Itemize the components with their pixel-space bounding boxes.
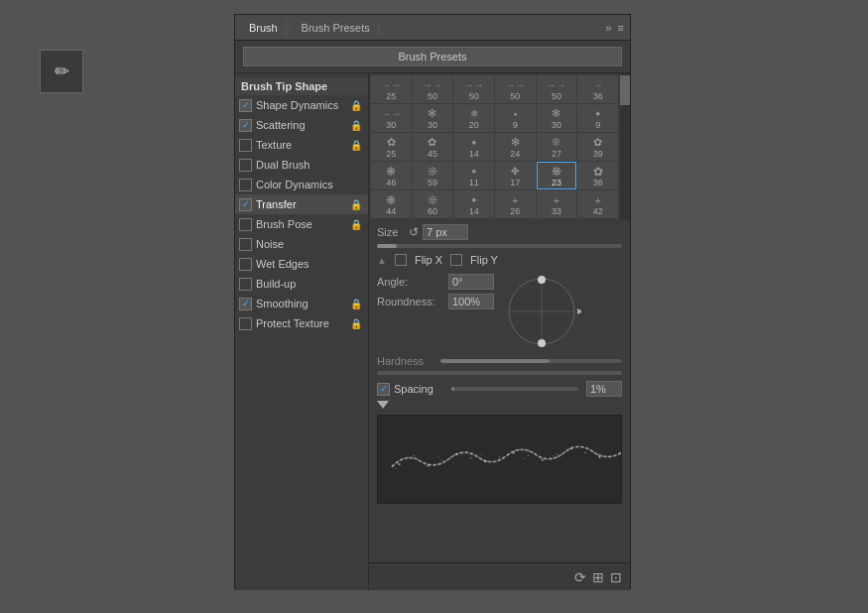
sidebar-item-wet-edges[interactable]: Wet Edges [235, 254, 368, 274]
sidebar-item-transfer[interactable]: Transfer 🔒 [235, 194, 368, 214]
brush-cell[interactable]: ❋ 46 [371, 162, 412, 189]
controls-section: Size ↺ ▲ Flip X Flip Y [369, 220, 630, 562]
brush-cell[interactable]: ❊ 60 [413, 190, 453, 218]
brush-thumb: ❊ [545, 165, 568, 179]
flip-y-checkbox[interactable] [450, 254, 462, 266]
brush-cell[interactable]: ✦ 9 [577, 104, 618, 132]
brush-cell[interactable]: ✿ 25 [371, 133, 412, 161]
noise-checkbox[interactable] [239, 238, 252, 251]
flip-x-checkbox[interactable] [395, 254, 407, 266]
size-input[interactable] [423, 224, 468, 240]
angle-input[interactable] [448, 274, 494, 290]
brush-cell[interactable]: →→ 30 [371, 104, 412, 132]
texture-checkbox[interactable] [239, 139, 252, 152]
brush-thumb: ❊ [421, 165, 444, 179]
hardness-label: Hardness [377, 355, 436, 367]
spacing-slider[interactable] [451, 387, 578, 391]
circle-control-wrapper [502, 274, 577, 349]
brush-cell[interactable]: ✻ 30 [413, 104, 453, 132]
brush-cell[interactable]: →→ 50 [537, 75, 577, 103]
svg-point-14 [513, 451, 515, 453]
size-slider-fill [377, 244, 397, 248]
angle-circle-control[interactable] [502, 274, 581, 349]
size-reset-icon[interactable]: ↺ [409, 225, 419, 239]
sidebar-item-dual-brush[interactable]: Dual Brush [235, 155, 368, 175]
protect-texture-checkbox[interactable] [239, 317, 252, 330]
brush-cell[interactable]: ✻ 24 [495, 133, 536, 161]
brush-cell[interactable]: ✿ 39 [577, 133, 618, 161]
buildup-checkbox[interactable] [239, 278, 252, 291]
brush-cell[interactable]: ✦ 14 [453, 133, 494, 161]
sidebar-item-color-dynamics[interactable]: Color Dynamics [235, 175, 368, 194]
brush-cell[interactable]: ❋ 44 [371, 190, 412, 218]
sidebar-item-shape-dynamics[interactable]: Shape Dynamics 🔒 [235, 95, 368, 115]
brush-cell[interactable]: ● 9 [495, 104, 536, 132]
hardness-row: Hardness [377, 355, 622, 367]
tab-brush[interactable]: Brush [241, 19, 287, 37]
sidebar-item-brush-pose[interactable]: Brush Pose 🔒 [235, 214, 368, 234]
brush-cell[interactable]: ✻ 30 [537, 104, 577, 132]
brush-cell[interactable]: ❊ 27 [537, 133, 577, 161]
brush-presets-button[interactable]: Brush Presets [243, 47, 622, 66]
svg-point-12 [484, 460, 486, 462]
transfer-checkbox[interactable] [239, 198, 252, 211]
roundness-row: Roundness: [377, 294, 494, 309]
brush-cell[interactable]: → 36 [577, 75, 618, 103]
scattering-checkbox[interactable] [239, 119, 252, 132]
svg-point-6 [399, 463, 401, 465]
smoothing-checkbox[interactable] [239, 298, 252, 310]
brush-thumb: → [586, 78, 610, 92]
shape-dynamics-checkbox[interactable] [239, 99, 252, 112]
svg-point-20 [598, 456, 600, 458]
brush-cell[interactable]: →→ 25 [371, 75, 412, 103]
hardness-slider[interactable] [440, 359, 622, 363]
svg-point-15 [528, 455, 529, 456]
brush-cell[interactable]: ✿ 45 [413, 133, 453, 161]
sidebar-item-texture[interactable]: Texture 🔒 [235, 135, 368, 155]
brush-cell[interactable]: ❊ 59 [413, 162, 453, 189]
size-slider[interactable] [377, 244, 622, 248]
brush-cell[interactable]: ✦ 14 [453, 190, 494, 218]
svg-point-17 [556, 453, 557, 454]
brush-cell[interactable]: →→ 50 [453, 75, 494, 103]
sidebar-item-scattering[interactable]: Scattering 🔒 [235, 115, 368, 135]
brush-cell[interactable]: + 33 [537, 190, 577, 218]
delete-brush-icon[interactable]: ⊡ [610, 569, 622, 585]
brush-stroke-svg [378, 416, 621, 503]
brush-cell-selected[interactable]: ❊ 23 [537, 162, 577, 189]
brush-thumb: + [503, 193, 527, 207]
brush-cell[interactable]: ✿ 36 [577, 162, 618, 189]
color-dynamics-checkbox[interactable] [239, 179, 252, 191]
brush-cell[interactable]: + 26 [495, 190, 536, 218]
svg-point-26 [481, 453, 482, 454]
create-new-brush-icon[interactable]: ⟳ [574, 569, 586, 585]
sidebar-item-smoothing[interactable]: Smoothing 🔒 [235, 294, 368, 313]
hardness-full-track[interactable] [377, 371, 622, 375]
brush-cell[interactable]: →→ 50 [495, 75, 536, 103]
angle-row: Angle: [377, 274, 494, 290]
spacing-input[interactable] [586, 381, 622, 397]
roundness-input[interactable] [448, 294, 494, 309]
brush-thumb: + [545, 193, 568, 207]
sidebar-item-noise[interactable]: Noise [235, 234, 368, 254]
spacing-checkbox[interactable] [377, 383, 390, 396]
brush-cell[interactable]: →→ 50 [413, 75, 453, 103]
wet-edges-checkbox[interactable] [239, 258, 252, 271]
sidebar-item-buildup[interactable]: Build-up [235, 274, 368, 294]
grid-scrollbar[interactable] [620, 73, 630, 220]
svg-point-11 [470, 457, 471, 458]
tab-brush-presets[interactable]: Brush Presets [294, 19, 379, 37]
svg-point-22 [410, 458, 411, 459]
panel-menu-icon[interactable]: ≡ [618, 22, 624, 34]
brush-cell[interactable]: ❄ 20 [453, 104, 494, 132]
brush-cell[interactable]: ✤ 17 [495, 162, 536, 189]
grid-scroll-thumb[interactable] [620, 75, 630, 105]
grid-view-icon[interactable]: ⊞ [592, 569, 604, 585]
dual-brush-checkbox[interactable] [239, 159, 252, 172]
panel-expand-icon[interactable]: » [605, 22, 611, 34]
sidebar-item-protect-texture[interactable]: Protect Texture 🔒 [235, 313, 368, 333]
brush-pose-checkbox[interactable] [239, 218, 252, 231]
brush-cell[interactable]: ✦ 11 [453, 162, 494, 189]
brush-thumb: →→ [503, 78, 527, 92]
brush-cell[interactable]: + 42 [577, 190, 618, 218]
